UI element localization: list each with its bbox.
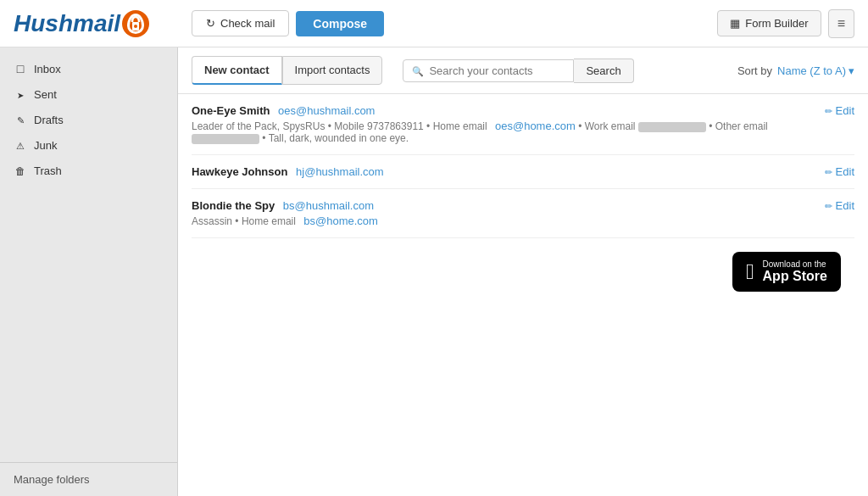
- appstore-small-text: Download on the: [763, 259, 827, 269]
- sidebar-label-sent: Sent: [34, 88, 57, 101]
- sort-value: Name (Z to A): [777, 64, 846, 77]
- contact-name-2: Hawkeye Johnson: [192, 165, 287, 178]
- mobile-label-1: Mobile: [334, 120, 364, 132]
- home-email-label-3: Home email: [242, 215, 296, 227]
- sidebar-item-junk[interactable]: Junk: [0, 132, 177, 158]
- tab-new-contact[interactable]: New contact: [192, 56, 282, 85]
- home-email-link-3[interactable]: bs@home.com: [303, 215, 378, 227]
- edit-button-2[interactable]: Edit: [825, 165, 854, 178]
- contact-name-3: Blondie the Spy: [192, 199, 275, 212]
- header: Hushmail Check mail Compose Form Builder…: [0, 0, 868, 47]
- sidebar-label-trash: Trash: [34, 164, 62, 177]
- main-layout: Inbox Sent Drafts Junk Trash Manage fold…: [0, 47, 868, 496]
- compose-button[interactable]: Compose: [296, 11, 384, 36]
- tabs-group: New contact Import contacts: [192, 56, 382, 85]
- form-builder-button[interactable]: Form Builder: [717, 10, 821, 36]
- search-icon: [412, 64, 424, 77]
- sidebar-nav: Inbox Sent Drafts Junk Trash: [0, 47, 177, 462]
- check-mail-label: Check mail: [220, 17, 275, 30]
- contact-name-line-3: Blondie the Spy bs@hushmail.com: [192, 199, 811, 212]
- sidebar-label-inbox: Inbox: [34, 63, 61, 75]
- logo-icon: [122, 10, 149, 37]
- content: New contact Import contacts Search Sort …: [178, 47, 868, 496]
- menu-button[interactable]: ≡: [828, 9, 854, 38]
- contact-email-1[interactable]: oes@hushmail.com: [278, 104, 375, 117]
- contact-name-line-1: One-Eye Smith oes@hushmail.com: [192, 104, 811, 117]
- table-row: Blondie the Spy bs@hushmail.com Assassin…: [192, 189, 854, 238]
- contact-org-3: Assassin: [192, 215, 232, 227]
- logo: Hushmail: [14, 10, 183, 37]
- sent-icon: [14, 87, 27, 101]
- junk-icon: [14, 138, 27, 152]
- trash-icon: [14, 164, 27, 177]
- work-email-blurred-1: [638, 122, 706, 132]
- sort-by: Sort by Name (Z to A) ▾: [737, 64, 854, 77]
- contact-email-3[interactable]: bs@hushmail.com: [283, 199, 374, 212]
- other-email-label-1: Other email: [715, 120, 768, 132]
- contact-info-2: Hawkeye Johnson hj@hushmail.com: [192, 165, 811, 178]
- manage-folders-label: Manage folders: [14, 473, 90, 486]
- header-right: Form Builder ≡: [717, 9, 854, 38]
- search-input[interactable]: [429, 64, 565, 77]
- sort-dropdown[interactable]: Name (Z to A) ▾: [777, 64, 854, 77]
- sidebar-label-drafts: Drafts: [34, 114, 64, 126]
- table-row: One-Eye Smith oes@hushmail.com Leader of…: [192, 94, 854, 155]
- edit-label-2: Edit: [836, 165, 854, 178]
- sidebar-item-drafts[interactable]: Drafts: [0, 107, 177, 132]
- contact-email-2[interactable]: hj@hushmail.com: [296, 165, 384, 178]
- contact-details-1: Leader of the Pack, SpysRUs • Mobile 973…: [192, 120, 811, 144]
- contact-info-3: Blondie the Spy bs@hushmail.com Assassin…: [192, 199, 811, 227]
- apple-icon: : [746, 259, 754, 285]
- edit-button-1[interactable]: Edit: [825, 104, 854, 117]
- search-area: Search: [403, 59, 633, 83]
- chevron-down-icon: ▾: [849, 64, 854, 77]
- appstore-section:  Download on the App Store: [192, 238, 854, 305]
- contact-list: One-Eye Smith oes@hushmail.com Leader of…: [178, 94, 868, 496]
- form-builder-label: Form Builder: [745, 17, 808, 30]
- edit-label-1: Edit: [836, 104, 854, 117]
- pencil-icon-3: [825, 199, 832, 212]
- contact-org-1: Leader of the Pack, SpysRUs: [192, 120, 325, 132]
- work-email-label-1: Work email: [585, 120, 636, 132]
- svg-rect-1: [132, 22, 139, 31]
- contact-name-1: One-Eye Smith: [192, 104, 270, 117]
- contact-details-3: Assassin • Home email bs@home.com: [192, 215, 811, 227]
- pencil-icon-1: [825, 104, 832, 117]
- manage-folders-button[interactable]: Manage folders: [0, 462, 177, 496]
- tab-import-contacts[interactable]: Import contacts: [282, 56, 383, 85]
- inbox-icon: [14, 62, 27, 75]
- appstore-large-text: App Store: [763, 269, 827, 284]
- mobile-1: 9737863911: [367, 120, 424, 132]
- contact-note-1: Tall, dark, wounded in one eye.: [269, 132, 409, 144]
- form-icon: [730, 17, 740, 30]
- sidebar-item-inbox[interactable]: Inbox: [0, 56, 177, 81]
- appstore-badge-text: Download on the App Store: [763, 259, 827, 284]
- appstore-badge[interactable]:  Download on the App Store: [732, 252, 841, 292]
- search-input-wrap: [403, 59, 574, 82]
- contact-info-1: One-Eye Smith oes@hushmail.com Leader of…: [192, 104, 811, 144]
- sidebar-item-trash[interactable]: Trash: [0, 158, 177, 183]
- check-mail-button[interactable]: Check mail: [192, 10, 289, 36]
- contact-name-line-2: Hawkeye Johnson hj@hushmail.com: [192, 165, 811, 178]
- table-row: Hawkeye Johnson hj@hushmail.com Edit: [192, 155, 854, 189]
- content-toolbar: New contact Import contacts Search Sort …: [178, 47, 868, 94]
- pencil-icon-2: [825, 165, 832, 178]
- edit-label-3: Edit: [836, 199, 854, 212]
- refresh-icon: [206, 17, 215, 30]
- svg-point-0: [123, 11, 148, 36]
- svg-point-2: [134, 25, 137, 28]
- home-email-label-1: Home email: [433, 120, 487, 132]
- header-actions: Check mail Compose: [192, 10, 709, 36]
- logo-text: Hushmail: [14, 10, 120, 37]
- drafts-icon: [14, 113, 27, 126]
- edit-button-3[interactable]: Edit: [825, 199, 854, 212]
- home-email-link-1[interactable]: oes@home.com: [495, 120, 576, 132]
- search-button[interactable]: Search: [574, 59, 633, 83]
- sidebar-item-sent[interactable]: Sent: [0, 81, 177, 107]
- sidebar-label-junk: Junk: [34, 139, 57, 152]
- other-email-blurred-1: [192, 134, 259, 144]
- sort-by-label: Sort by: [737, 64, 772, 77]
- sidebar: Inbox Sent Drafts Junk Trash Manage fold…: [0, 47, 178, 496]
